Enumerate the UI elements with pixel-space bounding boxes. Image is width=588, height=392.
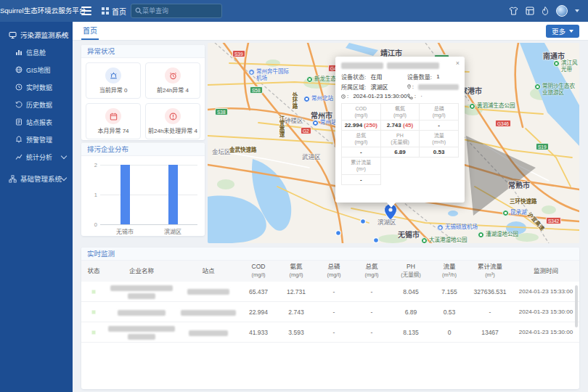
bar-chart-icon [15,49,23,56]
y-tick: 2 [89,162,97,168]
map-poi-park[interactable]: 大溪港湿地公园 [421,237,467,243]
tab-home[interactable]: 首页 [83,22,97,40]
y-tick: 1 [89,192,97,198]
bar-chart: 2 1 0 无锡市 滨湖区 [100,165,197,224]
device-status: 设备状态: 在用 [341,73,407,81]
app-logo: Squirrel生态环境云服务平台 [0,0,73,22]
park-icon [421,237,428,243]
bar-wuxi[interactable] [121,165,130,224]
device-phone: : · [407,93,459,99]
device-address-redacted: : [407,83,459,91]
close-icon[interactable]: × [456,60,460,67]
table-row[interactable]: 65.43712.731 -- 8.0457.155 327636.531 20… [81,282,579,302]
topnav-home[interactable]: 首页 [102,0,126,22]
table-row[interactable]: 41.9333.593 -- 8.1350 13467 2024-01-23 1… [81,322,579,343]
menu-search[interactable] [131,4,222,18]
sidebar-item-history-data[interactable]: 历史数据 [0,96,73,113]
map-poi-station[interactable]: 常州北站 [303,96,333,102]
siren-icon [105,68,121,83]
device-info-popup: × 设备状态: 在用 设备数量: 1 所属区域: 滨湖区 : : 2024-01… [335,57,465,203]
monitor-table: 状态 企业名称 站点 COD(mg/l) 氨氮(mg/l) 总磷(mg/l) 总… [81,261,579,343]
hamburger-menu-icon[interactable] [81,7,91,15]
train-station-icon [312,120,319,126]
map-poi-station[interactable]: 常州站 [312,120,337,126]
phone-icon [407,94,413,99]
map-poi-park[interactable]: 漕湖湿地公园 [478,232,518,238]
route-badge: S342 [546,217,561,224]
sidebar-item-statistics[interactable]: 统计分析 [0,148,73,166]
sidebar: 污染源监测系统 信息舱 GIS地图 实时数据 历史数据 站点报表 预警管理 [0,22,73,392]
enterprise-distribution-panel: 排污企业分布 2 1 0 无锡市 滨湖区 [81,143,205,236]
location-pin-icon [407,83,411,90]
clock-icon [15,83,23,91]
monitor-system-icon [9,31,17,39]
more-button[interactable]: 更多 [546,25,579,38]
history-icon [15,101,23,108]
report-icon [15,118,23,126]
search-input[interactable] [142,7,218,15]
station-name-redacted [177,302,240,322]
map-poi-lake[interactable]: 昆承湖 [502,210,527,216]
airport-icon: ✈ [437,224,444,231]
device-count: 设备数量: 1 [407,73,459,81]
park-icon [469,103,475,110]
y-tick: 0 [89,221,97,228]
map-poi-airport[interactable]: ✈无锡硕放机场 [437,224,478,231]
station-name-redacted [177,322,240,343]
sidebar-item-info-cabin[interactable]: 信息舱 [0,44,73,61]
chevron-down-icon [569,30,573,33]
map-label-city: 常熟市 [508,179,530,190]
chevron-down-icon [61,175,67,181]
table-scrollbar[interactable] [575,285,578,327]
gis-map[interactable]: 常州市 无锡市 南通市 常熟市 靖江市 张家港市 钟楼区 武进区 金坛区 滨湖区… [208,43,579,243]
map-label-district: 钟楼区 [285,115,303,124]
route-badge: S39 [232,50,245,57]
trend-line-icon [15,153,23,160]
monitor-panel-title: 实时监测 [81,248,579,261]
company-name-redacted [106,302,177,322]
card-current-abnormal[interactable]: 当前异常 0 [86,62,141,99]
top-bar: Squirrel生态环境云服务平台 首页 [0,0,588,22]
sidebar-item-alert-management[interactable]: 预警管理 [0,131,73,148]
alarm-clock-icon [165,68,181,83]
map-poi-park[interactable]: 黄泗浦生态公园 [469,103,515,110]
map-poi-airport[interactable]: ✈常州奔牛国际机场 [248,69,293,81]
flame-icon[interactable] [542,7,549,15]
map-label-city: 无锡市 [398,229,420,240]
warning-icon [165,108,181,124]
popup-metrics-table: COD(mg/l) 氨氮(mg/l) 总磷(mg/l) 22.994 (250)… [341,103,459,185]
map-poi-park[interactable]: 滨江风光带 [553,60,579,73]
route-badge: S38 [215,108,228,115]
park-icon [306,76,313,83]
map-label-district: 金坛区 [212,147,231,155]
station-name-redacted [177,282,240,302]
card-24h-abnormal[interactable]: 前24h异常 4 [145,62,200,99]
x-tick: 无锡市 [116,227,134,235]
table-row[interactable]: 22.9942.743 -- 6.890.53 - 2024-01-23 15:… [81,302,579,322]
popup-title-redacted [341,62,459,69]
park-icon [553,60,560,67]
theme-skin-icon[interactable] [509,7,518,15]
x-tick: 滨湖区 [164,227,181,235]
card-month-abnormal[interactable]: 本月异常 74 [86,103,141,139]
map-label-road: 江宜高速 [277,115,285,137]
park-icon [534,83,541,90]
company-name-redacted [106,282,177,302]
sitemap-icon [9,175,17,183]
map-poi-park[interactable]: 常阴沙生态农业旅游区 [534,83,576,96]
sidebar-item-station-report[interactable]: 站点报表 [0,113,73,131]
abnormal-panel-title: 异常状况 [81,45,205,58]
sidebar-item-gis-map[interactable]: GIS地图 [0,61,73,78]
sidebar-item-realtime-data[interactable]: 实时数据 [0,78,73,96]
bar-binhu[interactable] [168,165,178,224]
app-window: Squirrel生态环境云服务平台 首页 [0,0,588,392]
grid-icon [102,7,109,15]
layout-fullscreen-icon[interactable] [526,7,534,15]
sidebar-root-base-management[interactable]: 基础管理系统 [0,170,73,187]
sidebar-root-pollution-monitoring[interactable]: 污染源监测系统 [0,26,73,44]
device-region: 所属区域: 滨湖区 [341,83,407,91]
user-avatar[interactable] [556,5,568,17]
card-24h-unhandled-abnormal[interactable]: 前24h未处理异常 4 [145,103,200,139]
user-menu-chevron-down-icon[interactable] [575,9,579,12]
map-label-road: 外环路 [290,92,298,109]
